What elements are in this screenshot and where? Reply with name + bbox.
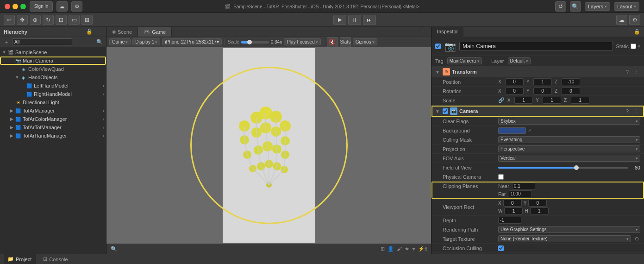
undo-button[interactable]: ↩ [4,15,15,25]
near-input[interactable] [512,182,535,189]
target-texture-pick-icon[interactable]: ⊙ [633,235,640,243]
play-focused-button[interactable]: Play Focused ▾ [284,38,321,45]
hierarchy-item-tofar-tof-manager[interactable]: ▶ 🟦 TofArTofManager › [0,123,106,132]
brush-icon[interactable]: 🖌 [397,246,402,252]
star-icon[interactable]: ★ [405,246,409,252]
camera-help-icon[interactable]: ? [624,107,631,115]
transform-header[interactable]: ▼ ⊕ Transform ? ⋮ [431,66,644,77]
hierarchy-item-colorviewquad[interactable]: ▶ ◈ ColorViewQuad [0,65,106,73]
step-button[interactable]: ⏭ [363,15,376,25]
clear-flags-dropdown[interactable]: Skybox ▾ [498,118,640,125]
hierarchy-item-samplescene[interactable]: ▼ 🎬 SampleScene [0,48,106,57]
occlusion-culling-checkbox[interactable] [498,245,504,251]
position-value: X Y Z [498,78,640,85]
background-color-swatch[interactable] [498,127,526,134]
fov-slider[interactable] [498,167,628,169]
collab-button[interactable]: ☁ [616,15,627,25]
hierarchy-item-righthandmodel[interactable]: ▶ 🟦 RightHandModel › [0,90,106,98]
maximize-button[interactable] [20,4,26,9]
position-y-input[interactable] [533,78,552,85]
game-display-dropdown[interactable]: Game ▾ [109,38,131,45]
viewport-y-input[interactable] [528,200,547,207]
hierarchy-lock-icon[interactable]: 🔓 [86,28,93,36]
static-checkbox[interactable] [631,44,636,49]
fov-axis-dropdown[interactable]: Vertical ▾ [498,155,640,162]
history-button[interactable]: ↺ [555,1,566,12]
minimize-button[interactable] [13,4,18,9]
rotation-x-input[interactable] [505,88,524,94]
scale-button[interactable]: ⊡ [56,15,67,25]
hierarchy-item-main-camera[interactable]: ▶ 📷 Main Camera [0,57,106,65]
gizmos-dropdown[interactable]: Gizmos ▾ [353,38,377,45]
inspector-lock-icon[interactable]: 🔓 [630,27,644,37]
inspector-tab[interactable]: Inspector [431,27,463,37]
rotate-button[interactable]: ↻ [43,15,54,25]
camera-header[interactable]: ▼ 📷 Camera ? ⋮ [431,106,644,117]
position-z-input[interactable] [562,78,580,85]
tag-dropdown[interactable]: MainCamera ▾ [447,57,482,64]
target-texture-dropdown[interactable]: None (Render Texture) ▾ [498,235,631,242]
cloud-button[interactable]: ☁ [56,1,68,12]
pause-button[interactable]: ⏸ [348,15,361,25]
hierarchy-menu-icon[interactable]: ⋮ [95,28,102,36]
close-button[interactable] [5,4,10,9]
hierarchy-item-handobjects[interactable]: ▼ ◈ HandObjects [0,73,106,82]
display-dropdown[interactable]: Display 1 ▾ [132,38,160,45]
stats-toggle[interactable]: Stats [340,37,351,47]
console-tab[interactable]: ⊞ Console [39,254,72,264]
aspect-icon[interactable]: ⊞ [381,246,385,252]
camera-settings-icon[interactable]: ⋮ [633,107,640,115]
scale-x-input[interactable] [514,97,533,104]
scale-y-input[interactable] [543,97,561,104]
position-x-input[interactable] [505,78,524,85]
settings-button[interactable]: ⚙ [71,1,82,12]
layout-dropdown[interactable]: Layout ▾ [614,2,639,11]
layer-dropdown[interactable]: Default ▾ [508,57,531,64]
culling-mask-dropdown[interactable]: Everything ▾ [498,136,640,143]
game-tab[interactable]: 🎮 Game [138,27,172,37]
object-active-checkbox[interactable] [435,44,441,49]
scale-z-input[interactable] [571,97,589,104]
physical-camera-checkbox[interactable] [498,174,504,180]
mute-button[interactable]: 🔇 [327,37,338,47]
transform-button[interactable]: ✥ [17,15,28,25]
project-tab[interactable]: 📁 Project [4,254,36,264]
scene-tab[interactable]: ◈ Scene [106,27,138,37]
hierarchy-item-tofar-manager[interactable]: ▶ 🟦 TofArManager › [0,107,106,115]
transform-settings-icon[interactable]: ⋮ [633,68,640,75]
projection-dropdown[interactable]: Perspective ▾ [498,145,640,152]
hierarchy-search-icon[interactable]: 🔍 [96,38,103,46]
rotation-z-input[interactable] [562,88,580,94]
viewport-x-input[interactable] [503,200,522,207]
camera-enable-checkbox[interactable] [443,108,448,114]
rotation-y-input[interactable] [533,88,552,94]
hierarchy-item-tofar-hand-manager[interactable]: ▶ 🟦 TofArHandManager › [0,132,106,140]
resolution-dropdown[interactable]: iPhone 12 Pro 2532x117▾ [162,38,221,45]
hierarchy-search-input[interactable] [12,38,72,45]
far-input[interactable] [509,190,532,197]
hierarchy-item-directional-light[interactable]: ▶ ☀ Directional Light [0,98,106,107]
search-button[interactable]: 🔍 [570,1,581,12]
depth-input[interactable] [498,217,521,224]
hierarchy-add-button[interactable]: + [3,38,10,46]
search-viewport-icon[interactable]: 🔍 [110,245,118,253]
tab-menu-icon[interactable]: ⋮ [420,28,427,36]
scale-slider[interactable] [241,41,269,44]
hierarchy-item-lefthandmodel[interactable]: ▶ 🟦 LeftHandModel › [0,82,106,90]
bg-pick-icon[interactable]: ↗ [528,128,531,133]
viewport-w-input[interactable] [504,207,523,214]
layers-dropdown[interactable]: Layers ▾ [585,2,610,11]
rendering-path-dropdown[interactable]: Use Graphics Settings ▾ [498,226,640,233]
play-button[interactable]: ▶ [333,15,346,25]
rect-button[interactable]: ▭ [69,15,80,25]
move-button[interactable]: ⊕ [30,15,41,25]
pivot-button[interactable]: ⊞ [81,15,93,25]
person-icon[interactable]: 👤 [388,246,394,252]
heart-icon[interactable]: ♥ [412,246,415,252]
viewport-h-input[interactable] [530,207,549,214]
transform-help-icon[interactable]: ? [624,68,631,75]
hierarchy-item-tofar-color-manager[interactable]: ▶ 🟦 TofArColorManager › [0,115,106,123]
services-button[interactable]: ⚙ [629,15,640,25]
object-name-input[interactable] [459,42,613,51]
sign-in-button[interactable]: Sign in [30,1,53,12]
